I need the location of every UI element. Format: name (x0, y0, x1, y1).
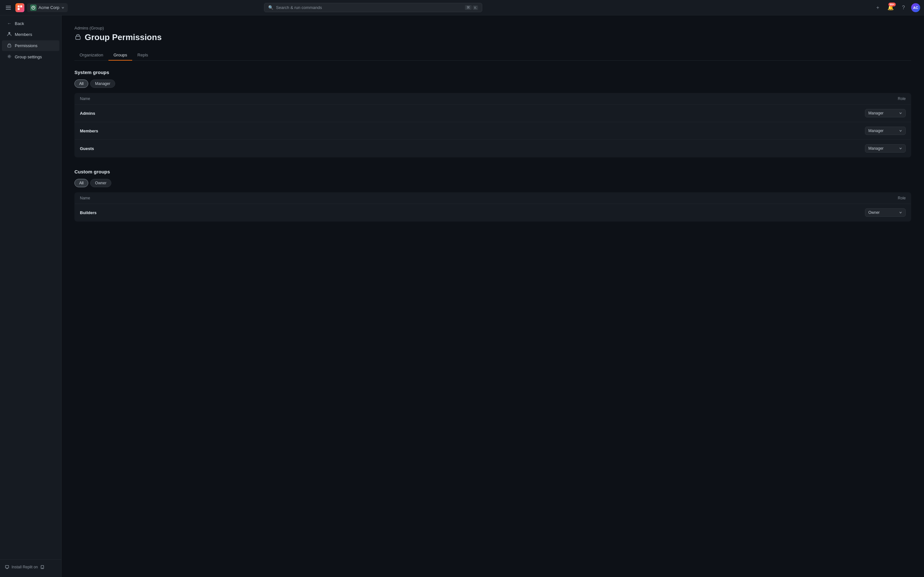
custom-row-0-role-select[interactable]: Owner (865, 208, 906, 217)
custom-groups-filters: All Owner (74, 179, 911, 187)
nav-right-actions: + 🔔 99+ ? AC (873, 3, 920, 13)
main-content: Admins (Group) Group Permissions Organiz… (61, 15, 924, 577)
table-row: Guests Manager (75, 140, 911, 157)
svg-rect-3 (18, 5, 19, 7)
system-filter-all[interactable]: All (74, 79, 88, 88)
sidebar-toggle-button[interactable] (4, 3, 13, 12)
svg-point-7 (8, 32, 10, 34)
install-label: Install Replit on (11, 565, 38, 569)
install-replit-bar[interactable]: Install Replit on (0, 562, 61, 572)
app-logo (15, 3, 24, 12)
table-row: Builders Owner (75, 204, 911, 221)
system-row-1-role-select[interactable]: Manager (865, 127, 906, 135)
custom-filter-all[interactable]: All (74, 179, 88, 187)
avatar[interactable]: AC (911, 3, 920, 12)
chevron-down-icon (899, 111, 902, 115)
svg-rect-0 (6, 6, 11, 6)
sidebar-item-group-settings[interactable]: Group settings (2, 52, 59, 62)
chevron-down-icon (899, 129, 902, 132)
search-bar[interactable]: 🔍 Search & run commands ⌘ K (264, 3, 482, 12)
svg-rect-4 (20, 5, 22, 7)
system-table-col-role: Role (860, 93, 911, 105)
sidebar-item-members[interactable]: Members (2, 29, 59, 40)
system-groups-section: System groups All Manager Name Role Admi… (74, 69, 911, 157)
page-title-text: Group Permissions (85, 32, 162, 42)
search-placeholder-text: Search & run commands (276, 5, 462, 10)
tab-repls[interactable]: Repls (132, 50, 153, 61)
system-row-0-name: Admins (75, 105, 860, 122)
workspace-selector[interactable]: Acme Corp (27, 3, 68, 12)
system-filter-manager[interactable]: Manager (90, 79, 115, 88)
sidebar-bottom: Install Replit on (0, 559, 61, 574)
add-button[interactable]: + (873, 3, 883, 13)
system-groups-filters: All Manager (74, 79, 911, 88)
chevron-down-icon (61, 6, 65, 9)
svg-point-12 (42, 568, 43, 568)
svg-rect-5 (18, 8, 19, 10)
custom-groups-section: Custom groups All Owner Name Role Builde… (74, 169, 911, 221)
svg-point-9 (9, 56, 10, 57)
main-layout: ← Back Members Permissions (0, 15, 924, 577)
chevron-down-icon (899, 211, 902, 214)
system-row-0-role-label: Manager (869, 111, 884, 115)
system-groups-table: Name Role Admins Manager (74, 93, 911, 157)
permissions-icon (7, 43, 11, 48)
tab-organization[interactable]: Organization (74, 50, 108, 61)
topnav: Acme Corp 🔍 Search & run commands ⌘ K + … (0, 0, 924, 15)
svg-rect-13 (76, 36, 80, 39)
kbd-k: K (473, 5, 478, 10)
svg-rect-1 (6, 7, 11, 8)
table-row: Admins Manager (75, 105, 911, 122)
sidebar-item-permissions[interactable]: Permissions (2, 40, 59, 51)
page-title-icon (74, 33, 81, 42)
search-icon: 🔍 (268, 5, 273, 10)
table-row: Members Manager (75, 122, 911, 140)
search-kbd-hint: ⌘ K (465, 5, 478, 10)
system-row-0-role-select[interactable]: Manager (865, 109, 906, 117)
custom-table-col-role: Role (860, 193, 911, 204)
page-title-container: Group Permissions (74, 32, 911, 42)
sidebar-group-settings-label: Group settings (15, 55, 42, 59)
chevron-down-icon (899, 147, 902, 150)
back-icon: ← (7, 21, 11, 26)
monitor-icon (5, 565, 9, 569)
svg-point-6 (32, 6, 35, 9)
system-row-2-role-label: Manager (869, 146, 884, 151)
group-settings-icon (7, 54, 11, 60)
workspace-name: Acme Corp (39, 5, 59, 10)
workspace-icon (30, 5, 37, 11)
custom-groups-title: Custom groups (74, 169, 911, 174)
tablet-icon (40, 565, 44, 569)
custom-table-col-name: Name (75, 193, 860, 204)
breadcrumb: Admins (Group) (74, 26, 911, 31)
system-table-col-name: Name (75, 93, 860, 105)
notification-badge: 99+ (888, 3, 896, 6)
sidebar-back-label: Back (15, 21, 24, 26)
sidebar-members-label: Members (15, 32, 32, 37)
tabs: Organization Groups Repls (74, 50, 911, 61)
system-groups-title: System groups (74, 69, 911, 75)
help-button[interactable]: ? (898, 3, 909, 13)
system-row-1-name: Members (75, 122, 860, 140)
custom-groups-table: Name Role Builders Owner (74, 192, 911, 221)
system-row-2-name: Guests (75, 140, 860, 157)
svg-rect-8 (8, 45, 11, 47)
svg-rect-2 (6, 9, 11, 10)
members-icon (7, 32, 11, 37)
svg-rect-10 (5, 566, 9, 568)
custom-filter-owner[interactable]: Owner (90, 179, 111, 187)
sidebar-permissions-label: Permissions (15, 43, 37, 48)
custom-row-0-role-label: Owner (869, 210, 880, 215)
system-row-1-role-label: Manager (869, 129, 884, 133)
kbd-cmd: ⌘ (465, 5, 472, 10)
custom-row-0-name: Builders (75, 204, 860, 221)
system-row-2-role-select[interactable]: Manager (865, 144, 906, 153)
sidebar-item-back[interactable]: ← Back (2, 18, 59, 29)
sidebar: ← Back Members Permissions (0, 15, 61, 577)
tab-groups[interactable]: Groups (108, 50, 132, 61)
notifications-button[interactable]: 🔔 99+ (885, 3, 896, 13)
